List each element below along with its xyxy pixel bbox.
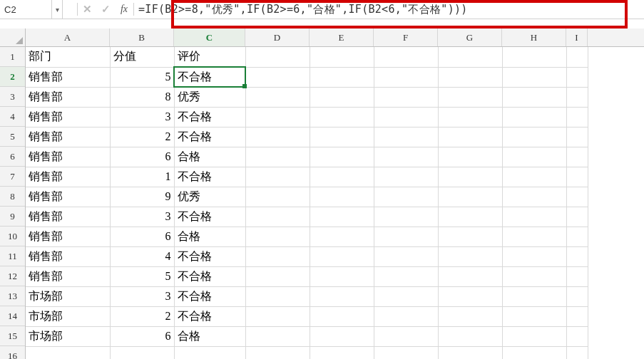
cell-E2[interactable] <box>310 67 374 87</box>
cell-A9[interactable]: 销售部 <box>26 207 110 227</box>
row-header-12[interactable]: 12 <box>0 266 25 286</box>
cell-A10[interactable]: 销售部 <box>26 227 110 246</box>
row-header-1[interactable]: 1 <box>0 47 25 67</box>
cell-C15[interactable]: 合格 <box>174 326 245 346</box>
column-header-C[interactable]: C <box>174 28 245 46</box>
column-header-E[interactable]: E <box>310 28 374 46</box>
cell-H5[interactable] <box>502 127 566 147</box>
row-header-7[interactable]: 7 <box>0 167 25 187</box>
cell-I14[interactable] <box>566 306 588 326</box>
cell-H3[interactable] <box>502 87 566 107</box>
cell-I16[interactable] <box>566 346 588 359</box>
row-header-8[interactable]: 8 <box>0 187 25 207</box>
select-all-corner[interactable] <box>0 28 26 47</box>
cell-B9[interactable]: 3 <box>110 207 174 227</box>
cell-C5[interactable]: 不合格 <box>174 127 245 147</box>
cell-E14[interactable] <box>310 306 374 326</box>
cell-F4[interactable] <box>374 107 438 127</box>
column-header-H[interactable]: H <box>502 28 566 46</box>
cell-E3[interactable] <box>310 87 374 107</box>
cancel-formula-button[interactable]: ✕ <box>78 0 96 19</box>
cell-H11[interactable] <box>502 246 566 266</box>
cell-C13[interactable]: 不合格 <box>174 286 245 306</box>
cell-E4[interactable] <box>310 107 374 127</box>
row-header-4[interactable]: 4 <box>0 107 25 127</box>
cell-C14[interactable]: 不合格 <box>174 306 245 326</box>
cell-B8[interactable]: 9 <box>110 187 174 207</box>
cell-F2[interactable] <box>374 67 438 87</box>
cell-I4[interactable] <box>566 107 588 127</box>
cell-G9[interactable] <box>438 207 502 227</box>
cell-C8[interactable]: 优秀 <box>174 187 245 207</box>
row-header-3[interactable]: 3 <box>0 87 25 107</box>
cell-C6[interactable]: 合格 <box>174 147 245 167</box>
cell-G8[interactable] <box>438 187 502 207</box>
cell-I13[interactable] <box>566 286 588 306</box>
cell-D8[interactable] <box>245 187 310 207</box>
column-header-G[interactable]: G <box>438 28 502 46</box>
cell-E6[interactable] <box>310 147 374 167</box>
cell-G7[interactable] <box>438 167 502 187</box>
cell-C9[interactable]: 不合格 <box>174 207 245 227</box>
cell-F3[interactable] <box>374 87 438 107</box>
cell-I7[interactable] <box>566 167 588 187</box>
cell-B11[interactable]: 4 <box>110 246 174 266</box>
cell-B15[interactable]: 6 <box>110 326 174 346</box>
cell-F11[interactable] <box>374 246 438 266</box>
cell-B14[interactable]: 2 <box>110 306 174 326</box>
cell-I2[interactable] <box>566 67 588 87</box>
column-header-B[interactable]: B <box>110 28 174 46</box>
cell-G3[interactable] <box>438 87 502 107</box>
cell-F1[interactable] <box>374 47 438 67</box>
cell-F10[interactable] <box>374 227 438 246</box>
cell-C12[interactable]: 不合格 <box>174 266 245 286</box>
cell-A15[interactable]: 市场部 <box>26 326 110 346</box>
cell-I1[interactable] <box>566 47 588 67</box>
confirm-formula-button[interactable]: ✓ <box>96 0 115 19</box>
cell-C7[interactable]: 不合格 <box>174 167 245 187</box>
cell-F5[interactable] <box>374 127 438 147</box>
cell-grid[interactable]: 部门分值评价销售部5不合格销售部8优秀销售部3不合格销售部2不合格销售部6合格销… <box>26 47 644 359</box>
cell-B3[interactable]: 8 <box>110 87 174 107</box>
cell-A11[interactable]: 销售部 <box>26 246 110 266</box>
cell-F13[interactable] <box>374 286 438 306</box>
cell-H14[interactable] <box>502 306 566 326</box>
cell-G2[interactable] <box>438 67 502 87</box>
cell-B16[interactable] <box>110 346 174 359</box>
cell-D14[interactable] <box>245 306 310 326</box>
cell-B5[interactable]: 2 <box>110 127 174 147</box>
row-header-15[interactable]: 15 <box>0 326 25 346</box>
cell-H2[interactable] <box>502 67 566 87</box>
cell-I15[interactable] <box>566 326 588 346</box>
cell-I10[interactable] <box>566 227 588 246</box>
cell-A8[interactable]: 销售部 <box>26 187 110 207</box>
cell-G5[interactable] <box>438 127 502 147</box>
cell-F6[interactable] <box>374 147 438 167</box>
cell-F12[interactable] <box>374 266 438 286</box>
row-header-13[interactable]: 13 <box>0 286 25 306</box>
cell-F15[interactable] <box>374 326 438 346</box>
column-header-D[interactable]: D <box>245 28 310 46</box>
cell-E13[interactable] <box>310 286 374 306</box>
cell-D7[interactable] <box>245 167 310 187</box>
cell-G13[interactable] <box>438 286 502 306</box>
cell-F16[interactable] <box>374 346 438 359</box>
cell-E10[interactable] <box>310 227 374 246</box>
cell-C4[interactable]: 不合格 <box>174 107 245 127</box>
cell-E11[interactable] <box>310 246 374 266</box>
cell-D16[interactable] <box>245 346 310 359</box>
row-header-10[interactable]: 10 <box>0 227 25 246</box>
cell-C11[interactable]: 不合格 <box>174 246 245 266</box>
cell-I11[interactable] <box>566 246 588 266</box>
cell-C3[interactable]: 优秀 <box>174 87 245 107</box>
row-header-16[interactable]: 16 <box>0 346 25 359</box>
cell-B10[interactable]: 6 <box>110 227 174 246</box>
cell-H6[interactable] <box>502 147 566 167</box>
cell-B13[interactable]: 3 <box>110 286 174 306</box>
column-header-A[interactable]: A <box>26 28 110 46</box>
cell-H16[interactable] <box>502 346 566 359</box>
row-header-6[interactable]: 6 <box>0 147 25 167</box>
cell-E16[interactable] <box>310 346 374 359</box>
cell-C10[interactable]: 合格 <box>174 227 245 246</box>
cell-B6[interactable]: 6 <box>110 147 174 167</box>
